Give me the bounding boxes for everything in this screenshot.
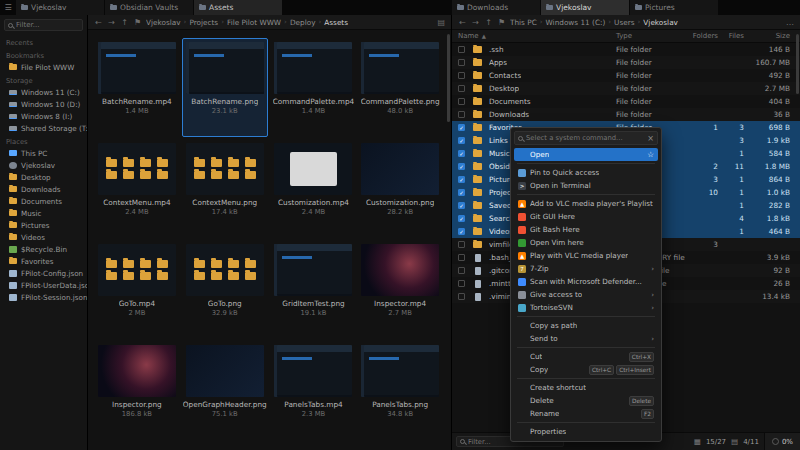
grid-file-item[interactable]: ContextMenu.png 17.4 kB xyxy=(182,139,268,238)
context-menu-item[interactable]: > Open in Terminal xyxy=(514,179,658,192)
tab[interactable]: Vjekoslav xyxy=(16,0,104,15)
row-checkbox[interactable]: ✓ xyxy=(458,215,465,222)
breadcrumb-item[interactable]: Users xyxy=(614,18,634,27)
sidebar-item[interactable]: Pictures xyxy=(0,219,87,231)
context-menu-item[interactable]: Copy Ctrl+CCtrl+Insert xyxy=(514,363,658,376)
sidebar-item[interactable]: Windows 8 (I:) xyxy=(0,110,87,122)
breadcrumb-item[interactable]: Projects xyxy=(189,18,218,27)
grid-file-item[interactable]: Customization.mp4 2.4 MB xyxy=(272,139,355,238)
row-checkbox[interactable] xyxy=(458,293,465,300)
file-thumbnail[interactable] xyxy=(98,345,176,397)
back-icon[interactable]: ← xyxy=(94,18,103,27)
sidebar-filter-input[interactable] xyxy=(4,19,83,31)
context-menu-item[interactable]: TortoiseSVN › xyxy=(514,301,658,314)
tab[interactable]: Obsidian Vaults xyxy=(105,0,193,15)
grid-file-item[interactable]: PanelsTabs.mp4 2.3 MB xyxy=(272,341,355,440)
table-row[interactable]: Apps File folder 160.7 MB xyxy=(452,56,800,69)
row-checkbox[interactable]: ✓ xyxy=(458,150,465,157)
row-checkbox[interactable]: ✓ xyxy=(458,189,465,196)
breadcrumb-item[interactable]: File Pilot WWW xyxy=(227,18,281,27)
breadcrumb-item[interactable]: Assets xyxy=(324,18,348,27)
file-thumbnail[interactable] xyxy=(98,42,176,94)
sidebar-item[interactable]: Shared Storage (T:) xyxy=(0,122,87,134)
context-menu-item[interactable]: ▲ Add to VLC media player's Playlist xyxy=(514,197,658,210)
view-mode-icon[interactable]: ▤ xyxy=(437,18,445,27)
grid-file-item[interactable]: Customization.png 28.2 kB xyxy=(359,139,441,238)
row-checkbox[interactable] xyxy=(458,267,465,274)
context-menu-item[interactable]: 7 7-Zip › xyxy=(514,262,658,275)
grid-file-item[interactable]: Inspector.png 186.8 kB xyxy=(96,341,178,440)
row-checkbox[interactable]: ✓ xyxy=(458,228,465,235)
sidebar-item[interactable]: $Recycle.Bin xyxy=(0,243,87,255)
sidebar-item[interactable]: FPilot-Config.json xyxy=(0,267,87,279)
sidebar-item[interactable]: Documents xyxy=(0,195,87,207)
sidebar-section-title[interactable]: Storage xyxy=(0,73,87,86)
column-name[interactable]: Name xyxy=(458,32,479,40)
sidebar-section-title[interactable]: Recents xyxy=(0,35,87,48)
row-checkbox[interactable]: ✓ xyxy=(458,202,465,209)
grid-file-item[interactable]: CommandPalette.mp4 1.4 MB xyxy=(272,38,355,137)
more-icon[interactable]: … xyxy=(786,18,794,27)
sidebar-item[interactable]: Desktop xyxy=(0,171,87,183)
back-icon[interactable]: ← xyxy=(458,18,467,27)
file-thumbnail[interactable] xyxy=(274,244,352,296)
tab[interactable]: Downloads xyxy=(452,0,540,15)
file-thumbnail[interactable] xyxy=(186,244,264,296)
breadcrumb-item[interactable]: Vjekoslav xyxy=(643,18,678,27)
sidebar-item[interactable]: FPilot-UserData.json xyxy=(0,279,87,291)
sidebar-item[interactable]: FPilot-Session.json xyxy=(0,291,87,303)
grid-file-item[interactable]: GoTo.mp4 2 MB xyxy=(96,240,178,339)
table-row[interactable]: Documents File folder 404 B xyxy=(452,95,800,108)
context-menu-item[interactable]: Give access to › xyxy=(514,288,658,301)
sidebar-item[interactable]: Vjekoslav xyxy=(0,159,87,171)
file-thumbnail[interactable] xyxy=(361,143,439,195)
grid-file-item[interactable]: BatchRename.mp4 1.4 MB xyxy=(96,38,178,137)
context-menu-item[interactable]: ▲ Play with VLC media player xyxy=(514,249,658,262)
file-thumbnail[interactable] xyxy=(361,345,439,397)
context-menu-item[interactable]: Copy as path xyxy=(514,319,658,332)
column-folders[interactable]: Folders xyxy=(688,32,718,40)
row-checkbox[interactable] xyxy=(458,46,465,53)
table-row[interactable]: Desktop File folder 2.7 MB xyxy=(452,82,800,95)
breadcrumb-item[interactable]: Deploy xyxy=(290,18,316,27)
sidebar-item[interactable]: Windows 11 (C:) xyxy=(0,86,87,98)
sidebar-toggle-icon[interactable]: ☰ xyxy=(0,0,16,15)
column-files[interactable]: Files xyxy=(718,32,744,40)
row-checkbox[interactable]: ✓ xyxy=(458,137,465,144)
breadcrumb-item[interactable]: This PC xyxy=(510,18,537,27)
file-thumbnail[interactable] xyxy=(274,143,352,195)
list-view-count-icon[interactable]: ▤ xyxy=(731,437,738,446)
command-search-input[interactable]: × xyxy=(514,131,658,145)
context-menu-item[interactable]: Open Vim here xyxy=(514,236,658,249)
left-scrollbar[interactable] xyxy=(447,32,450,446)
context-menu-item[interactable]: Cut Ctrl+X xyxy=(514,350,658,363)
favorite-star-icon[interactable]: ☆ xyxy=(647,150,654,159)
context-menu-item[interactable]: Properties xyxy=(514,425,658,438)
context-menu-item[interactable]: Git GUI Here xyxy=(514,210,658,223)
file-thumbnail[interactable] xyxy=(361,244,439,296)
row-checkbox[interactable] xyxy=(458,254,465,261)
row-checkbox[interactable] xyxy=(458,111,465,118)
table-row[interactable]: Downloads File folder 36 B xyxy=(452,108,800,121)
row-checkbox[interactable] xyxy=(458,280,465,287)
context-menu-item[interactable]: Rename F2 xyxy=(514,407,658,420)
command-search-field[interactable] xyxy=(526,134,644,142)
row-checkbox[interactable] xyxy=(458,98,465,105)
sidebar-item[interactable]: Videos xyxy=(0,231,87,243)
breadcrumb-item[interactable]: Windows 11 (C:) xyxy=(546,18,606,27)
grid-file-item[interactable]: GridItemTest.png 19.1 kB xyxy=(272,240,355,339)
tab[interactable]: Assets xyxy=(194,0,282,15)
tab[interactable]: Pictures xyxy=(630,0,718,15)
file-thumbnail[interactable] xyxy=(186,42,264,94)
context-menu-item[interactable]: Git Bash Here xyxy=(514,223,658,236)
file-thumbnail[interactable] xyxy=(186,143,264,195)
context-menu-item[interactable]: Create shortcut xyxy=(514,381,658,394)
context-menu-item[interactable]: Scan with Microsoft Defender... xyxy=(514,275,658,288)
row-checkbox[interactable] xyxy=(458,72,465,79)
context-menu-item[interactable]: Send to › xyxy=(514,332,658,345)
row-checkbox[interactable] xyxy=(458,241,465,248)
close-icon[interactable]: × xyxy=(647,134,654,143)
file-thumbnail[interactable] xyxy=(98,143,176,195)
file-thumbnail[interactable] xyxy=(274,42,352,94)
context-menu-item[interactable]: Delete Delete xyxy=(514,394,658,407)
